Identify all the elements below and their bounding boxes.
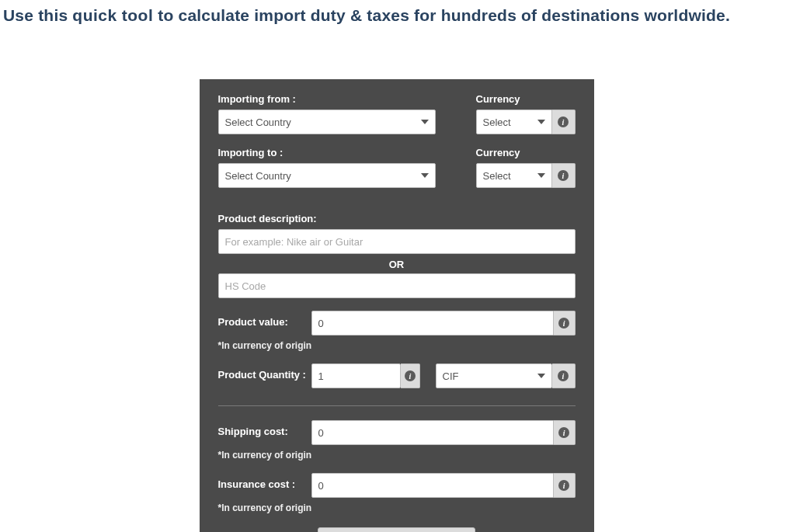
calculate-button[interactable]: Calculate import duty & taxes [318,527,475,532]
shipping-cost-input[interactable] [311,420,554,445]
info-icon: i [558,116,569,127]
hs-code-input[interactable] [218,273,576,298]
insurance-cost-input[interactable] [311,473,554,498]
page-heading: Use this quick tool to calculate import … [0,0,793,25]
calculator-panel: Importing from : Select Country Currency… [200,79,594,532]
insurance-cost-info-button[interactable]: i [554,473,576,498]
importing-to-select[interactable]: Select Country [218,163,436,188]
product-quantity-label: Product Quantity : [218,363,311,382]
importing-from-select[interactable]: Select Country [218,110,436,134]
divider [218,405,576,406]
product-value-info-button[interactable]: i [554,311,576,336]
currency-from-select[interactable]: Select [476,110,552,134]
info-icon: i [405,370,416,381]
currency-to-label: Currency [476,147,576,158]
shipping-cost-label: Shipping cost: [218,420,311,437]
or-divider: OR [218,254,576,273]
product-value-note: *In currency of origin [218,340,576,351]
product-description-input[interactable] [218,229,576,254]
info-icon: i [558,170,569,181]
product-description-label: Product description: [218,213,576,224]
shipping-cost-info-button[interactable]: i [554,420,576,445]
currency-to-info-button[interactable]: i [552,163,576,188]
currency-from-info-button[interactable]: i [552,110,576,134]
info-icon: i [558,427,569,438]
currency-from-label: Currency [476,93,576,105]
shipping-cost-note: *In currency of origin [218,450,576,461]
product-value-input[interactable] [311,311,554,336]
incoterm-select[interactable]: CIF [436,363,552,388]
insurance-cost-note: *In currency of origin [218,502,576,513]
insurance-cost-label: Insurance cost : [218,473,311,490]
product-quantity-input[interactable] [311,363,402,388]
info-icon: i [558,318,569,329]
currency-to-select[interactable]: Select [476,163,552,188]
importing-from-label: Importing from : [218,93,436,105]
incoterm-info-button[interactable]: i [552,363,576,388]
info-icon: i [558,370,569,381]
info-icon: i [558,480,569,491]
product-value-label: Product value: [218,311,311,328]
product-quantity-info-button[interactable]: i [401,363,419,388]
importing-to-label: Importing to : [218,147,436,158]
